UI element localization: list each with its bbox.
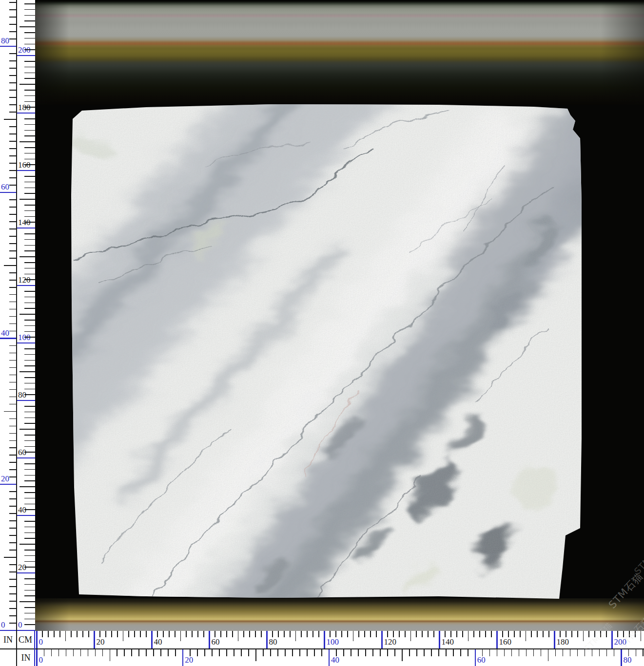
ruler-tick xyxy=(270,649,271,656)
ruler-tick xyxy=(134,631,135,637)
ruler-tick xyxy=(175,631,176,637)
ruler-tick xyxy=(9,447,17,448)
ruler-major-line xyxy=(209,631,210,648)
ruler-label: 160 xyxy=(499,637,512,647)
ruler-tick xyxy=(462,631,463,637)
ruler-tick xyxy=(533,649,534,656)
ruler-tick xyxy=(24,118,35,119)
ruler-tick xyxy=(24,567,35,568)
ruler-major-line xyxy=(0,484,17,485)
ruler-tick xyxy=(445,631,446,637)
ruler-tick xyxy=(9,97,17,98)
ruler-tick xyxy=(20,84,35,85)
ruler-tick xyxy=(59,631,60,637)
corner-unit-label-cm: CM xyxy=(17,631,34,648)
ruler-tick xyxy=(54,631,55,637)
ruler-tick xyxy=(504,649,505,656)
ruler-tick xyxy=(9,112,17,113)
ruler-tick xyxy=(20,429,35,430)
ruler-tick xyxy=(9,272,17,273)
ruler-tick xyxy=(24,61,35,62)
ruler-tick xyxy=(24,394,35,395)
ruler-tick xyxy=(24,590,35,591)
ruler-tick xyxy=(24,463,35,464)
ruler-tick xyxy=(9,506,17,507)
ruler-tick xyxy=(416,649,417,656)
ruler-label: 40 xyxy=(331,655,339,665)
ruler-tick xyxy=(278,631,279,637)
ruler-left: 020406080 020406080100120140160180200 xyxy=(0,0,35,631)
ruler-tick xyxy=(24,44,35,45)
ruler-major-line xyxy=(0,192,17,193)
ruler-tick xyxy=(9,133,17,134)
ruler-tick xyxy=(24,135,35,136)
ruler-tick xyxy=(24,360,35,361)
ruler-major-line xyxy=(0,46,17,47)
ruler-label: 80 xyxy=(1,36,16,45)
ruler-tick xyxy=(531,631,532,637)
ruler-tick xyxy=(351,649,351,656)
ruler-tick xyxy=(422,631,423,637)
ruler-tick xyxy=(20,256,35,257)
ruler-tick xyxy=(146,649,147,656)
ruler-tick xyxy=(4,119,17,120)
ruler-tick xyxy=(9,601,17,602)
ruler-tick xyxy=(24,153,35,154)
ruler-tick xyxy=(197,649,198,656)
ruler-tick xyxy=(71,631,72,637)
ruler-tick xyxy=(9,353,17,354)
ruler-tick xyxy=(212,649,213,656)
ruler-tick xyxy=(24,354,35,355)
ruler-tick xyxy=(24,73,35,74)
ruler-tick xyxy=(24,147,35,148)
ruler-tick xyxy=(24,67,35,68)
ruler-corner-blue-line xyxy=(34,630,35,666)
ruler-tick xyxy=(433,631,434,637)
ruler-tick xyxy=(594,631,595,637)
ruler-tick xyxy=(24,130,35,131)
ruler-tick xyxy=(238,631,239,641)
ruler-tick xyxy=(24,32,35,33)
ruler-tick xyxy=(9,367,17,368)
ruler-tick xyxy=(20,486,35,487)
ruler-tick xyxy=(641,631,642,641)
ruler-major-line xyxy=(17,572,35,573)
ruler-tick xyxy=(24,435,35,436)
ruler-major-line xyxy=(17,400,35,401)
ruler-tick xyxy=(9,462,17,463)
ruler-column-divider-line xyxy=(16,0,17,666)
ruler-tick xyxy=(376,631,377,637)
ruler-tick xyxy=(24,504,35,505)
marble-slab-image xyxy=(35,0,644,631)
ruler-tick xyxy=(555,649,556,656)
ruler-tick xyxy=(190,649,191,656)
ruler-tick xyxy=(24,521,35,522)
ruler-tick xyxy=(4,557,17,558)
ruler-tick xyxy=(20,544,35,545)
ruler-tick xyxy=(358,649,359,656)
ruler-bottom-inches: 020406080 xyxy=(0,649,644,666)
ruler-tick xyxy=(243,631,244,637)
ruler-tick xyxy=(416,631,417,637)
ruler-tick xyxy=(4,265,17,266)
ruler-tick xyxy=(9,9,17,10)
ruler-tick xyxy=(24,607,35,608)
ruler-tick xyxy=(186,631,187,637)
ruler-tick xyxy=(318,631,319,637)
ruler-label: 0 xyxy=(39,637,43,647)
ruler-tick xyxy=(9,309,17,310)
ruler-tick xyxy=(175,649,176,656)
ruler-tick xyxy=(272,631,273,637)
ruler-tick xyxy=(9,163,17,164)
ruler-tick xyxy=(131,649,132,656)
ruler-tick xyxy=(548,649,549,661)
ruler-tick xyxy=(20,26,35,27)
ruler-major-line xyxy=(475,649,476,666)
ruler-tick xyxy=(146,631,147,637)
ruler-tick xyxy=(9,141,17,142)
ruler-tick xyxy=(24,297,35,298)
ruler-tick xyxy=(24,262,35,263)
ruler-tick xyxy=(599,649,600,656)
ruler-tick xyxy=(9,345,17,346)
ruler-major-line xyxy=(621,649,622,666)
